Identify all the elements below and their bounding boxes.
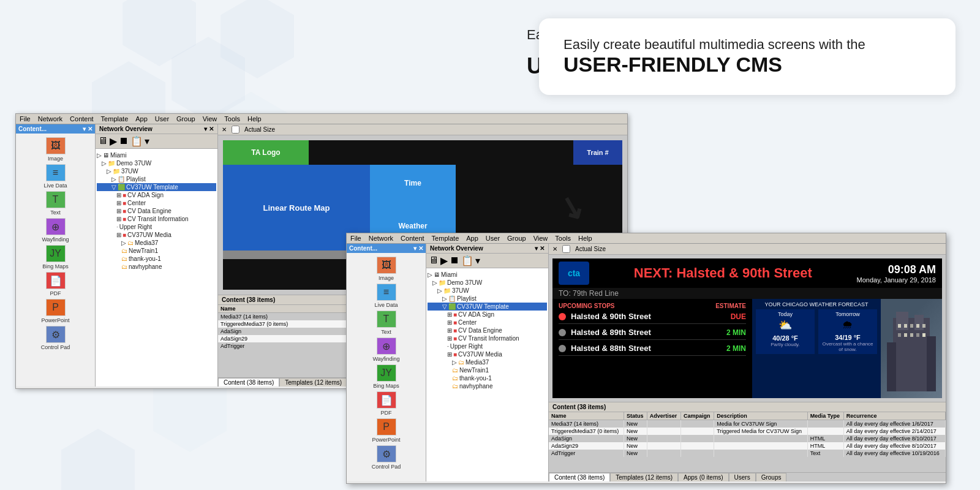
tab2-groups[interactable]: Groups xyxy=(756,473,787,481)
menu2-content[interactable]: Content xyxy=(401,235,424,242)
menu2-help[interactable]: Help xyxy=(578,235,592,242)
cell-name: AdaSign xyxy=(218,328,350,335)
menu-view[interactable]: View xyxy=(203,115,217,123)
svg-rect-14 xyxy=(922,333,925,337)
tree-item-navhyphane[interactable]: 🗂 navhyphane xyxy=(97,263,216,271)
menubar-1[interactable]: File Network Content Template App User G… xyxy=(16,114,627,124)
tree2-item-center[interactable]: ⊞ ■ Center xyxy=(428,318,547,326)
menu2-app[interactable]: App xyxy=(466,235,478,242)
table2-row[interactable]: AdaSign29 New HTML All day every day eff… xyxy=(549,442,946,450)
menu2-view[interactable]: View xyxy=(533,235,548,242)
svg-rect-10 xyxy=(898,333,901,337)
menu2-file[interactable]: File xyxy=(350,235,361,242)
sidebar2-item-wayfinding[interactable]: ⊕ Wayfinding xyxy=(349,337,423,362)
weather-desc-0: Partly cloudy. xyxy=(758,342,813,347)
sidebar2-item-image[interactable]: 🖼 Image xyxy=(349,257,423,281)
cta-stops-panel: UPCOMING STOPS ESTIMATE Halsted & 90th S… xyxy=(552,299,752,398)
tree-item-playlist[interactable]: ▷ 📋 Playlist xyxy=(97,175,216,183)
cell2-name: TriggeredMedia37 (0 items) xyxy=(549,428,624,435)
sidebar2-item-text[interactable]: T Text xyxy=(349,311,423,335)
tree2-item-dataengine[interactable]: ⊞ ■ CV Data Engine xyxy=(428,326,547,334)
menu-tools[interactable]: Tools xyxy=(224,115,240,123)
tree-item-demo[interactable]: ▷ 📁 Demo 37UW xyxy=(97,159,216,167)
actual-size-checkbox[interactable] xyxy=(232,126,239,134)
tab-content[interactable]: Content (38 items) xyxy=(218,378,279,386)
sidebar2-item-controlpad[interactable]: ⚙ Control Pad xyxy=(349,445,423,470)
menu-content[interactable]: Content xyxy=(70,115,94,123)
sidebar-header-2: Content... ▾ ✕ xyxy=(347,244,426,253)
tree-item-media[interactable]: ⊞ ■ CV37UW Media xyxy=(97,231,216,239)
sidebar2-item-livedata[interactable]: ≡ Live Data xyxy=(349,284,423,308)
sidebar-item-bingmaps[interactable]: JY Bing Maps xyxy=(18,245,92,270)
tree2-item-miami[interactable]: ▷ 🖥 Miami xyxy=(428,271,547,279)
tree2-item-transit[interactable]: ⊞ ■ CV Transit Information xyxy=(428,334,547,342)
menu2-network[interactable]: Network xyxy=(369,235,393,242)
tab-templates[interactable]: Templates (12 items) xyxy=(279,378,347,386)
menu-app[interactable]: App xyxy=(135,115,148,123)
preview-toolbar-2: ✕ Actual Size xyxy=(549,244,946,255)
tree-item-miami[interactable]: ▷ 🖥 Miami xyxy=(97,151,216,159)
table2-row[interactable]: Media37 (14 items) New Media for CV37UW … xyxy=(549,420,946,428)
actual-size-checkbox-2[interactable] xyxy=(562,245,570,253)
cell2-name: Media37 (14 items) xyxy=(549,420,624,428)
tree2-item-media[interactable]: ⊞ ■ CV37UW Media xyxy=(428,350,547,358)
tree2-item-upperright[interactable]: · Upper Right xyxy=(428,342,547,350)
cell2-status: New xyxy=(624,428,647,435)
tree2-item-playlist[interactable]: ▷ 📋 Playlist xyxy=(428,295,547,303)
hero-headline-bubble: USER-FRIENDLY CMS xyxy=(564,53,782,76)
tree2-item-37uw[interactable]: ▷ 📁 37UW xyxy=(428,287,547,295)
table2-row[interactable]: AdTrigger New Text All day every day eff… xyxy=(549,450,946,457)
sidebar-item-livedata[interactable]: ≡ Live Data xyxy=(18,164,92,189)
sidebar2-item-powerpoint[interactable]: P PowerPoint xyxy=(349,418,423,443)
tab2-templates[interactable]: Templates (12 items) xyxy=(610,473,678,481)
cell2-rec: All day every day effective 10/19/2016 xyxy=(843,450,945,457)
menu2-user[interactable]: User xyxy=(486,235,500,242)
menu-group[interactable]: Group xyxy=(176,115,195,123)
sidebar-item-powerpoint[interactable]: P PowerPoint xyxy=(18,299,92,323)
col-name: Name xyxy=(218,305,350,313)
menu-user[interactable]: User xyxy=(155,115,169,123)
tab2-users[interactable]: Users xyxy=(729,473,756,481)
tree-item-37uw[interactable]: ▷ 📁 37UW xyxy=(97,167,216,175)
cell2-rec: All day every day effective 8/10/2017 xyxy=(843,435,945,442)
sidebar-item-wayfinding[interactable]: ⊕ Wayfinding xyxy=(18,218,92,243)
tree-item-center[interactable]: ⊞ ■ Center xyxy=(97,199,216,207)
menu-help[interactable]: Help xyxy=(247,115,262,123)
tree2-item-ada[interactable]: ⊞ ■ CV ADA Sign xyxy=(428,311,547,318)
sidebar-item-image[interactable]: 🖼 Image xyxy=(18,137,92,162)
tree-item-transit[interactable]: ⊞ ■ CV Transit Information xyxy=(97,215,216,223)
tree2-item-thankyou[interactable]: 🗂 thank-you-1 xyxy=(428,374,547,382)
tab2-content[interactable]: Content (38 items) xyxy=(549,473,610,481)
table2-row[interactable]: AdaSign New HTML All day every day effec… xyxy=(549,435,946,442)
menu-template[interactable]: Template xyxy=(101,115,129,123)
stop-row-3: Halsted & 88th Street 2 MIN xyxy=(559,344,746,356)
tree2-item-demo[interactable]: ▷ 📁 Demo 37UW xyxy=(428,279,547,287)
menu-file[interactable]: File xyxy=(20,115,31,123)
tree2-item-newtrain[interactable]: 🗂 NewTrain1 xyxy=(428,366,547,374)
sidebar-item-text[interactable]: T Text xyxy=(18,191,92,216)
pdf2-icon: 📄 xyxy=(377,391,396,409)
sidebar-item-pdf[interactable]: 📄 PDF xyxy=(18,272,92,296)
menu2-tools[interactable]: Tools xyxy=(555,235,571,242)
sidebar2-item-pdf[interactable]: 📄 PDF xyxy=(349,391,423,416)
sidebar-item-controlpad[interactable]: ⚙ Control Pad xyxy=(18,326,92,350)
sidebar2-item-bingmaps[interactable]: JY Bing Maps xyxy=(349,364,423,389)
tree-item-ada[interactable]: ⊞ ■ CV ADA Sign xyxy=(97,191,216,199)
menu2-template[interactable]: Template xyxy=(432,235,459,242)
network-tree-1: ▷ 🖥 Miami ▷ 📁 Demo 37UW ▷ 📁 37UW ▷ 📋 xyxy=(96,149,217,386)
network-pane-2: Network Overview ▾ ✕ 🖥 ▶ ⏹ 📋 ▾ ▷ 🖥 Miami… xyxy=(426,244,549,481)
tree-item-dataengine[interactable]: ⊞ ■ CV Data Engine xyxy=(97,207,216,215)
tree2-item-template[interactable]: ▽ 🟩 CV37UW Template xyxy=(428,303,547,311)
menu-network[interactable]: Network xyxy=(38,115,62,123)
tab2-apps[interactable]: Apps (0 items) xyxy=(678,473,728,481)
tree2-item-media37[interactable]: ▷ 🗂 Media37 xyxy=(428,358,547,366)
tree-item-thankyou[interactable]: 🗂 thank-you-1 xyxy=(97,255,216,263)
menubar-2[interactable]: File Network Content Template App User G… xyxy=(347,233,946,244)
tree2-item-navhyphane[interactable]: 🗂 navhyphane xyxy=(428,382,547,390)
tree-item-media37[interactable]: ▷ 🗂 Media37 xyxy=(97,239,216,247)
menu2-group[interactable]: Group xyxy=(507,235,526,242)
tree-item-newtrain[interactable]: 🗂 NewTrain1 xyxy=(97,247,216,255)
tree-item-upperright[interactable]: · Upper Right xyxy=(97,223,216,231)
table2-row[interactable]: TriggeredMedia37 (0 items) New Triggered… xyxy=(549,428,946,435)
tree-item-template[interactable]: ▽ 🟩 CV37UW Template xyxy=(97,183,216,191)
